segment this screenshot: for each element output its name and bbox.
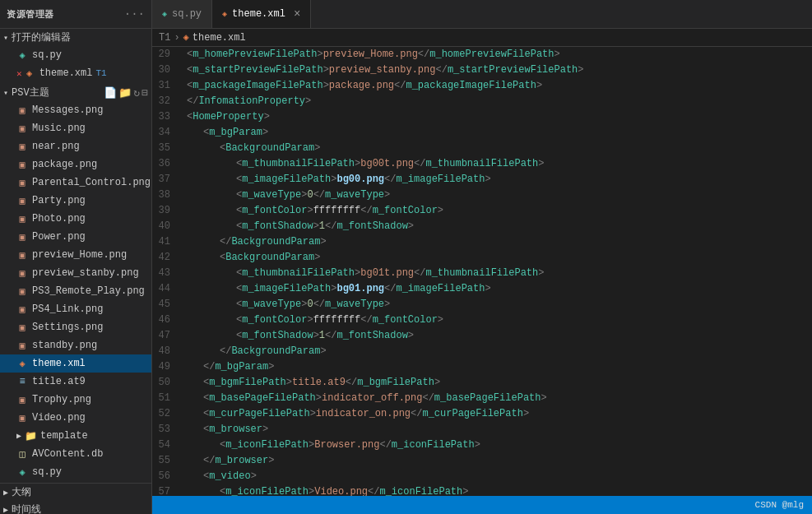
open-editors-header[interactable]: ▾ 打开的编辑器 <box>0 29 151 46</box>
status-bar: CSDN @mlg <box>152 496 812 514</box>
folder-icon: 📁 <box>25 430 36 442</box>
sidebar-item-theme-xml-open[interactable]: ✕ ◈ theme.xml T1 <box>0 64 151 82</box>
code-editor[interactable]: 29 <m_homePreviewFilePath>preview_Home.p… <box>152 47 812 496</box>
psv-theme-arrow: ▾ <box>3 88 8 98</box>
new-file-icon[interactable]: 📄 <box>104 86 117 100</box>
code-line-57: 57 <m_iconFilePath>Video.png</m_iconFile… <box>152 484 812 496</box>
sidebar-sq-py-label: sq.py <box>32 49 62 61</box>
close-x-icon[interactable]: ✕ <box>16 68 22 79</box>
py-icon: ◈ <box>16 466 28 478</box>
tab-sq-py-label: sq.py <box>172 8 202 20</box>
png-icon: ▣ <box>16 159 28 170</box>
code-line-41: 41 </BackgroundParam> <box>152 234 812 250</box>
sidebar-item-Party[interactable]: ▣Party.png <box>0 192 151 210</box>
sidebar-item-sq-py[interactable]: ◈sq.py <box>0 463 151 481</box>
code-line-40: 40 <m_fontShadow>1</m_fontShadow> <box>152 219 812 234</box>
sidebar-bottom: ▶ 大纲 ▶ 时间线 <box>0 483 151 514</box>
sidebar-item-Parental[interactable]: ▣Parental_Control.png <box>0 174 151 192</box>
sidebar-item-sq-py-open[interactable]: ◈ sq.py <box>0 46 151 64</box>
breadcrumb-xml-icon: ◈ <box>183 31 189 44</box>
sidebar-item-Power[interactable]: ▣Power.png <box>0 228 151 246</box>
png-icon: ▣ <box>16 285 28 297</box>
collapse-icon[interactable]: ⊟ <box>142 86 148 100</box>
code-line-47: 47 <m_fontShadow>1</m_fontShadow> <box>152 328 812 344</box>
sidebar-item-Trophy[interactable]: ▣Trophy.png <box>0 391 151 409</box>
sidebar-item-template[interactable]: ▶📁template <box>0 427 151 445</box>
code-line-39: 39 <m_fontColor>ffffffff</m_fontColor> <box>152 203 812 219</box>
code-line-35: 35 <BackgroundParam> <box>152 141 812 156</box>
sidebar-item-title-at9[interactable]: ≡title.at9 <box>0 373 151 391</box>
sidebar-item-Messages[interactable]: ▣Messages.png <box>0 101 151 119</box>
db-icon: ◫ <box>16 448 28 460</box>
sidebar: ▾ 打开的编辑器 ◈ sq.py ✕ ◈ theme.xml T1 <box>0 29 152 514</box>
sidebar-item-Video[interactable]: ▣Video.png <box>0 409 151 427</box>
tab-theme-xml[interactable]: ◈ theme.xml × <box>212 0 311 28</box>
sidebar-item-Settings[interactable]: ▣Settings.png <box>0 318 151 336</box>
tab-sq-py[interactable]: ◈ sq.py <box>152 0 212 28</box>
tab-py-icon: ◈ <box>162 9 167 19</box>
timeline-header[interactable]: ▶ 时间线 <box>0 501 151 514</box>
png-icon: ▣ <box>16 231 28 243</box>
code-line-31: 31 <m_packageImageFilePath>package.png</… <box>152 78 812 94</box>
code-line-51: 51 <m_basePageFilePath>indicator_off.png… <box>152 391 812 406</box>
sidebar-item-standby[interactable]: ▣standby.png <box>0 336 151 354</box>
open-editors-arrow: ▾ <box>3 33 8 43</box>
png-icon: ▣ <box>16 322 28 333</box>
tab-theme-xml-label: theme.xml <box>232 8 285 20</box>
code-line-29: 29 <m_homePreviewFilePath>preview_Home.p… <box>152 47 812 63</box>
sidebar-item-package[interactable]: ▣package.png <box>0 155 151 174</box>
code-line-42: 42 <BackgroundParam> <box>152 250 812 266</box>
sidebar-item-Photo[interactable]: ▣Photo.png <box>0 210 151 228</box>
png-icon: ▣ <box>16 267 28 279</box>
sidebar-item-preview-stanby[interactable]: ▣preview_stanby.png <box>0 264 151 282</box>
sidebar-item-Music[interactable]: ▣Music.png <box>0 119 151 137</box>
tab-xml-icon: ◈ <box>222 9 227 19</box>
breadcrumb-file: theme.xml <box>193 32 246 44</box>
sidebar-item-PS4[interactable]: ▣PS4_Link.png <box>0 300 151 318</box>
code-line-30: 30 <m_startPreviewFilePath>preview_stanb… <box>152 63 812 78</box>
code-line-33: 33 <HomeProperty> <box>152 109 812 125</box>
sidebar-title-bar: 资源管理器 ··· <box>0 0 152 28</box>
t1-badge: T1 <box>95 68 106 78</box>
breadcrumb-sep1: › <box>174 32 179 44</box>
title-bar-dots[interactable]: ··· <box>124 7 145 21</box>
timeline-label: 时间线 <box>12 502 41 514</box>
outline-label: 大纲 <box>12 485 31 499</box>
psv-theme-group: ▾ PSV主题 📄 📁 ↻ ⊟ ▣Messages.png ▣Music.png… <box>0 84 151 481</box>
new-folder-icon[interactable]: 📁 <box>118 86 132 100</box>
code-line-37: 37 <m_imageFilePath>bg00.png</m_imageFil… <box>152 172 812 188</box>
outline-header[interactable]: ▶ 大纲 <box>0 484 151 501</box>
at9-icon: ≡ <box>16 376 28 387</box>
code-line-55: 55 </m_browser> <box>152 453 812 469</box>
sidebar-item-theme-xml[interactable]: ◈theme.xml <box>0 354 151 373</box>
code-line-36: 36 <m_thumbnailFilePath>bg00t.png</m_thu… <box>152 156 812 172</box>
code-line-34: 34 <m_bgParam> <box>152 125 812 141</box>
png-icon: ▣ <box>16 104 28 116</box>
sidebar-item-AVContent[interactable]: ◫AVContent.db <box>0 445 151 463</box>
png-icon: ▣ <box>16 340 28 351</box>
code-line-46: 46 <m_fontColor>ffffffff</m_fontColor> <box>152 313 812 328</box>
breadcrumb: T1 › ◈ theme.xml <box>152 29 812 47</box>
code-line-56: 56 <m_video> <box>152 469 812 484</box>
psv-theme-actions: 📄 📁 ↻ ⊟ <box>104 86 148 100</box>
sidebar-item-near[interactable]: ▣near.png <box>0 137 151 155</box>
timeline-arrow: ▶ <box>3 505 8 515</box>
code-line-52: 52 <m_curPageFilePath>indicator_on.png</… <box>152 406 812 422</box>
sidebar-theme-xml-label: theme.xml <box>39 67 93 79</box>
breadcrumb-t1: T1 <box>159 32 170 44</box>
folder-arrow: ▶ <box>16 431 21 441</box>
tab-close-icon[interactable]: × <box>294 7 300 21</box>
code-line-49: 49 </m_bgParam> <box>152 359 812 375</box>
psv-theme-header[interactable]: ▾ PSV主题 📄 📁 ↻ ⊟ <box>0 84 151 101</box>
png-icon: ▣ <box>16 249 28 261</box>
png-icon: ▣ <box>16 123 28 134</box>
png-icon: ▣ <box>16 303 28 315</box>
refresh-icon[interactable]: ↻ <box>133 86 140 100</box>
code-line-48: 48 </BackgroundParam> <box>152 344 812 359</box>
code-line-53: 53 <m_browser> <box>152 422 812 438</box>
sidebar-item-PS3[interactable]: ▣PS3_Remote_Play.png <box>0 282 151 300</box>
code-line-43: 43 <m_thumbnailFilePath>bg01t.png</m_thu… <box>152 266 812 281</box>
open-editors-label: 打开的编辑器 <box>12 30 71 44</box>
png-icon: ▣ <box>16 141 28 152</box>
sidebar-item-preview-home[interactable]: ▣preview_Home.png <box>0 246 151 264</box>
